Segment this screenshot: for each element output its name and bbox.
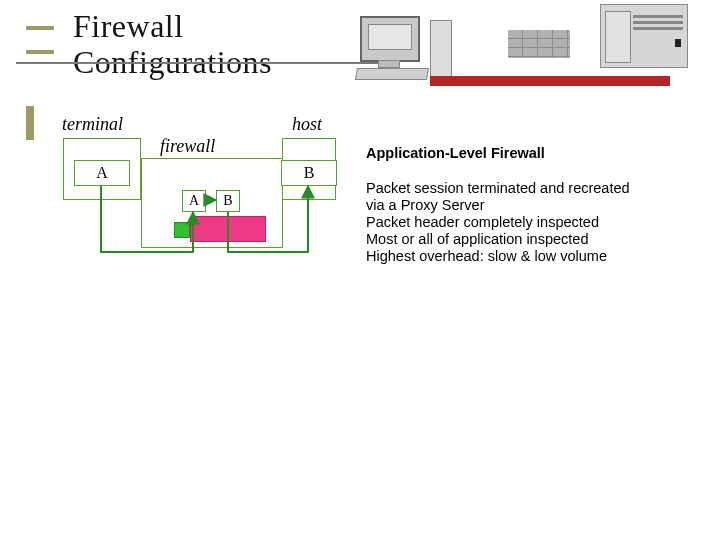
decorative-tick bbox=[26, 106, 34, 140]
label-host: host bbox=[292, 114, 322, 135]
title-line-1: Firewall bbox=[73, 8, 184, 44]
label-firewall: firewall bbox=[160, 136, 215, 157]
packet-B: B bbox=[281, 160, 337, 186]
section-line: Most or all of application inspected bbox=[366, 231, 588, 247]
slide-title: Firewall Configurations bbox=[73, 8, 272, 80]
slide: Firewall Configurations terminal host fi… bbox=[0, 0, 720, 540]
packet-A: A bbox=[74, 160, 130, 186]
section-body: Application-Level Firewall Packet sessio… bbox=[366, 128, 720, 265]
section-heading: Application-Level Firewall bbox=[366, 145, 720, 162]
computer-icon bbox=[350, 14, 470, 80]
label-terminal: terminal bbox=[62, 114, 123, 135]
proxy-egress-B: B bbox=[216, 190, 240, 212]
accent-red-band bbox=[430, 76, 670, 86]
proxy-ingress-A: A bbox=[182, 190, 206, 212]
firewall-wall-icon bbox=[508, 30, 570, 58]
proxy-pink-block bbox=[190, 216, 266, 242]
section-line: via a Proxy Server bbox=[366, 197, 484, 213]
title-rule bbox=[16, 62, 396, 64]
server-rack-icon bbox=[600, 4, 688, 68]
section-line: Packet header completely inspected bbox=[366, 214, 599, 230]
section-line: Packet session terminated and recreated bbox=[366, 180, 630, 196]
inspect-green-led bbox=[174, 222, 190, 238]
decorative-tick bbox=[26, 50, 54, 54]
decorative-tick bbox=[26, 26, 54, 30]
section-line: Highest overhead: slow & low volume bbox=[366, 248, 607, 264]
